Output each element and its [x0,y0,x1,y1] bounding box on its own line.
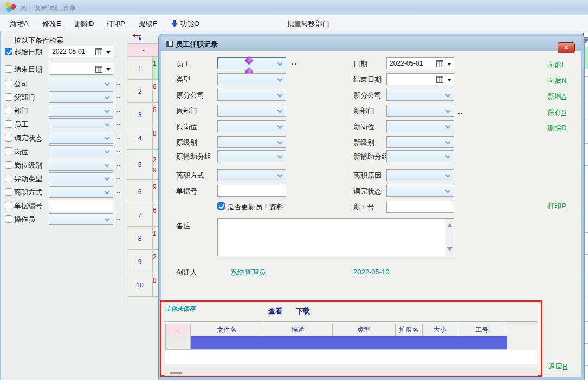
dialog-button-prev[interactable]: 向前L [547,60,565,70]
filter-field-start-date[interactable]: 2022-05-01 [49,46,113,57]
filter-more-button-leave-type[interactable]: .. [116,187,122,195]
view-attachment-button[interactable]: 查看 [268,306,282,316]
grid-row-number[interactable]: 7 [127,204,153,227]
grid-row-number[interactable]: 9 [127,251,153,273]
filter-checkbox-transfer-status[interactable] [5,134,12,142]
grid-row-number[interactable]: 10 [127,274,153,297]
dialog-button-return[interactable]: 返回R [548,362,567,371]
batch-transfer-button[interactable]: 批量转移部门 [287,19,329,29]
filter-field-doc-no[interactable] [49,200,113,211]
toolbar-button-modify[interactable]: 修改E [42,19,61,29]
filter-field-change-type[interactable] [49,172,113,184]
filter-field-leave-type[interactable] [49,186,113,198]
field-orig-position[interactable] [217,120,286,132]
field-orig-dept[interactable] [217,105,286,117]
field-transfer-status[interactable] [386,185,454,197]
grid-row-number[interactable]: 3 [127,104,153,126]
field-doc-no[interactable] [217,185,286,197]
grid-row-number[interactable]: 8 [127,227,153,250]
field-new-position[interactable] [386,120,454,132]
filter-more-button-company[interactable]: .. [116,79,122,86]
close-button[interactable]: × [558,42,575,53]
more-button-employee[interactable]: .. [292,59,298,66]
filter-checkbox-position-level[interactable] [5,161,12,169]
toolbar-button-function[interactable]: 功能O [180,19,199,29]
attachment-selected-cell[interactable] [457,336,507,350]
dialog-button-print[interactable]: 打印P [547,201,566,211]
filter-field-end-date[interactable] [49,63,113,75]
update-employee-checkbox[interactable] [217,202,225,210]
dialog-button-save[interactable]: 保存S [547,107,566,117]
filter-checkbox-dept[interactable] [5,107,12,114]
filter-checkbox-employee[interactable] [5,120,12,128]
attachment-hscrollbar[interactable] [164,367,538,376]
attachment-selected-cell[interactable] [396,336,423,350]
field-date[interactable]: 2022-05-01 [386,57,454,69]
filter-field-transfer-status[interactable] [49,132,113,144]
filter-checkbox-parent-dept[interactable] [5,93,12,101]
filter-checkbox-end-date[interactable] [5,65,12,73]
field-type[interactable] [217,73,286,85]
attachment-selected-cell[interactable] [333,336,396,350]
filter-checkbox-position[interactable] [5,147,12,155]
dialog-button-next[interactable]: 向后N [547,76,566,86]
attachment-row-selector[interactable] [165,336,191,350]
remark-scrollbar[interactable] [445,219,454,256]
dialog-titlebar[interactable]: 员工任职记录 [161,37,581,51]
field-new-subgroup[interactable] [386,150,454,162]
attachment-selected-cell[interactable] [191,336,263,350]
toolbar-button-add[interactable]: 新增A [10,19,29,29]
field-orig-level[interactable] [217,136,286,148]
field-new-emp-no[interactable] [386,201,454,213]
grid-row-number[interactable]: 4 [127,127,153,150]
filter-field-operator[interactable] [49,213,113,225]
filter-checkbox-operator[interactable] [5,215,12,223]
attachment-selected-cell[interactable] [423,336,457,350]
scroll-down-icon[interactable] [447,247,453,254]
filter-more-button-parent-dept[interactable]: .. [116,92,122,100]
filter-checkbox-company[interactable] [5,80,12,87]
filter-checkbox-doc-no[interactable] [5,202,12,209]
filter-field-parent-dept[interactable] [49,91,113,103]
field-leave-method[interactable] [217,169,286,181]
more-button-new-dept[interactable]: .. [458,108,464,116]
grid-row-number[interactable]: 2 [127,80,153,103]
filter-checkbox-leave-type[interactable] [5,188,12,196]
filter-more-button-employee[interactable]: .. [116,119,122,127]
field-orig-subgroup[interactable] [217,150,286,162]
toolbar-button-extract[interactable]: 提取F [139,19,157,29]
dialog-button-delete[interactable]: 删除D [547,123,566,133]
filter-more-button-transfer-status[interactable]: .. [116,133,122,140]
hscrollbar-thumb[interactable] [170,372,182,374]
filter-more-button-dept[interactable]: .. [116,106,122,113]
field-orig-company[interactable] [217,89,286,101]
filter-more-button-position-level[interactable]: .. [116,160,122,168]
swap-columns-icon[interactable] [132,33,142,43]
filter-checkbox-start-date[interactable] [5,48,12,55]
scroll-up-icon[interactable] [447,221,453,227]
filter-field-dept[interactable] [49,105,113,117]
field-leave-reason[interactable] [386,169,454,181]
filter-checkbox-change-type[interactable] [5,175,12,182]
filter-more-button-position[interactable]: .. [116,146,122,154]
toolbar-button-print[interactable]: 打印P [106,19,125,29]
download-attachment-button[interactable]: 下载 [296,306,310,316]
dialog-button-add[interactable]: 新增A [547,92,566,101]
filter-more-button-change-type[interactable]: .. [116,174,122,181]
filter-field-position[interactable] [49,145,113,157]
grid-row-number[interactable]: 1 [127,57,153,80]
filter-row-start-date: 起始日期2022-05-01 [1,46,126,60]
attachment-selected-cell[interactable] [263,336,333,350]
remark-textarea[interactable] [217,218,454,256]
field-new-company[interactable] [386,89,454,101]
field-new-dept[interactable] [386,105,454,117]
grid-row-number[interactable]: 6 [127,181,153,203]
filter-field-company[interactable] [49,78,113,89]
field-new-level[interactable] [386,136,454,148]
filter-field-employee[interactable] [49,118,113,130]
toolbar-button-delete[interactable]: 删除D [75,19,94,29]
filter-field-position-level[interactable] [49,159,113,171]
filter-more-button-operator[interactable]: .. [116,214,122,222]
grid-row-number[interactable]: 5 [127,150,153,180]
field-end-date[interactable] [386,73,454,85]
